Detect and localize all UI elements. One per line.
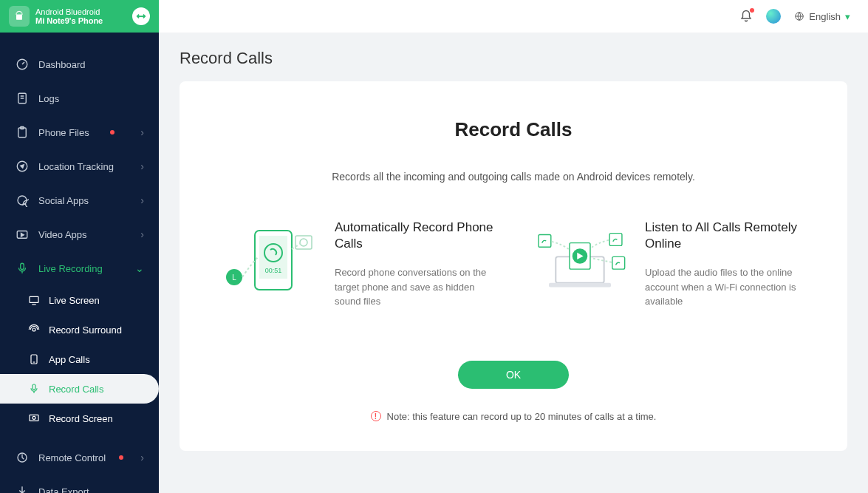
chevron-right-icon: › (140, 160, 144, 172)
chevron-right-icon: › (140, 194, 144, 206)
language-label: English (809, 11, 841, 22)
feature-title: Listen to All Calls Remotely Online (645, 220, 809, 252)
phone-app-icon (27, 353, 41, 365)
subitem-label: Record Screen (49, 413, 113, 424)
svg-point-24 (300, 239, 307, 246)
svg-rect-12 (33, 384, 35, 390)
feature-text: Automatically Record Phone Calls Record … (335, 220, 499, 309)
sidebar-item-video-apps[interactable]: Video Apps › (0, 217, 159, 251)
notification-dot (119, 455, 123, 460)
sidebar-item-label: Dashboard (38, 59, 86, 70)
device-text: Android Bluedroid Mi Note9's Phone (35, 7, 132, 25)
feature-auto-record: 00:51 L Automatically Record Phone Calls… (218, 220, 499, 309)
feature-card: Record Calls Records all the incoming an… (180, 81, 847, 451)
subitem-label: Live Screen (49, 295, 100, 306)
notification-badge (750, 8, 754, 13)
surround-icon (27, 324, 41, 336)
remote-icon (15, 451, 30, 464)
compass-icon (15, 160, 30, 173)
svg-text:L: L (232, 273, 236, 282)
swap-device-icon[interactable] (132, 7, 150, 25)
monitor-icon (27, 294, 41, 306)
record-screen-icon (27, 412, 41, 424)
page-title: Record Calls (180, 49, 847, 68)
card-heading: Record Calls (209, 118, 818, 141)
sidebar-item-label: Video Apps (38, 229, 87, 240)
sidebar-item-remote-control[interactable]: Remote Control › (0, 441, 159, 475)
svg-point-14 (33, 416, 35, 419)
content: Record Calls Record Calls Records all th… (159, 33, 868, 493)
subitem-record-screen[interactable]: Record Screen (0, 404, 159, 433)
laptop-upload-illustration (528, 220, 632, 301)
feature-desc: Record phone conversations on the target… (335, 265, 499, 309)
subitem-record-calls[interactable]: Record Calls (0, 374, 159, 404)
note: ! Note: this feature can record up to 20… (209, 411, 818, 422)
feature-title: Automatically Record Phone Calls (335, 220, 499, 252)
device-platform: Android Bluedroid (35, 7, 132, 16)
sidebar: Android Bluedroid Mi Note9's Phone Dashb… (0, 0, 159, 493)
chevron-right-icon: › (140, 452, 144, 463)
device-name: Mi Note9's Phone (35, 16, 132, 25)
svg-rect-23 (295, 236, 312, 249)
globe-icon[interactable] (766, 9, 781, 24)
svg-point-10 (33, 328, 35, 331)
sidebar-item-label: Phone Files (38, 127, 89, 138)
svg-rect-13 (30, 415, 38, 421)
clipboard-icon (15, 126, 30, 139)
phone-record-illustration: 00:51 L (218, 220, 321, 301)
video-icon (15, 228, 30, 241)
svg-text:00:51: 00:51 (265, 267, 282, 274)
subitem-label: Record Calls (49, 384, 103, 395)
note-text: Note: this feature can record up to 20 m… (387, 411, 657, 422)
document-icon (15, 92, 30, 105)
card-subtitle: Records all the incoming and outgoing ca… (209, 171, 818, 183)
feature-text: Listen to All Calls Remotely Online Uplo… (645, 220, 809, 309)
language-selector[interactable]: English ▾ (794, 11, 850, 22)
subitem-label: App Calls (49, 354, 90, 365)
export-icon (15, 485, 30, 493)
chat-icon (15, 194, 30, 207)
svg-rect-9 (30, 296, 38, 302)
features-row: 00:51 L Automatically Record Phone Calls… (209, 220, 818, 309)
feature-listen-remote: Listen to All Calls Remotely Online Uplo… (528, 220, 809, 309)
sidebar-item-label: Logs (38, 93, 59, 104)
android-icon (9, 6, 30, 27)
sidebar-item-logs[interactable]: Logs (0, 81, 159, 115)
navigation: Dashboard Logs Phone Files › Location Tr… (0, 33, 159, 493)
sidebar-item-label: Live Recording (38, 263, 103, 274)
sidebar-item-social-apps[interactable]: Social Apps › (0, 183, 159, 217)
sidebar-item-phone-files[interactable]: Phone Files › (0, 115, 159, 149)
sidebar-item-dashboard[interactable]: Dashboard (0, 47, 159, 81)
sidebar-item-location-tracking[interactable]: Location Tracking › (0, 149, 159, 183)
notification-dot (110, 130, 115, 135)
gauge-icon (15, 58, 30, 71)
sidebar-item-label: Location Tracking (38, 161, 114, 172)
notifications-button[interactable] (739, 10, 753, 23)
sidebar-item-label: Data Export (38, 486, 89, 494)
device-header[interactable]: Android Bluedroid Mi Note9's Phone (0, 0, 159, 33)
subitem-app-calls[interactable]: App Calls (0, 344, 159, 374)
caret-down-icon: ▾ (845, 11, 850, 22)
mic-icon (15, 262, 30, 275)
main-area: English ▾ Record Calls Record Calls Reco… (159, 0, 868, 493)
sidebar-item-data-export[interactable]: Data Export (0, 475, 159, 493)
chevron-right-icon: › (140, 126, 144, 138)
mic-icon (27, 383, 41, 395)
svg-rect-26 (549, 283, 611, 288)
warning-icon: ! (371, 411, 381, 421)
ok-button[interactable]: OK (458, 361, 569, 389)
topbar: English ▾ (159, 0, 868, 33)
feature-desc: Upload the audio files to the online acc… (645, 265, 809, 309)
svg-rect-0 (16, 15, 22, 20)
svg-rect-8 (21, 263, 24, 269)
sidebar-item-label: Remote Control (38, 452, 106, 463)
sidebar-item-label: Social Apps (38, 195, 89, 206)
chevron-right-icon: › (140, 228, 144, 240)
chevron-down-icon: ⌄ (135, 262, 144, 274)
sidebar-item-live-recording[interactable]: Live Recording ⌄ (0, 251, 159, 285)
subitem-live-screen[interactable]: Live Screen (0, 285, 159, 315)
subitem-record-surround[interactable]: Record Surround (0, 315, 159, 344)
subitem-label: Record Surround (49, 324, 122, 336)
